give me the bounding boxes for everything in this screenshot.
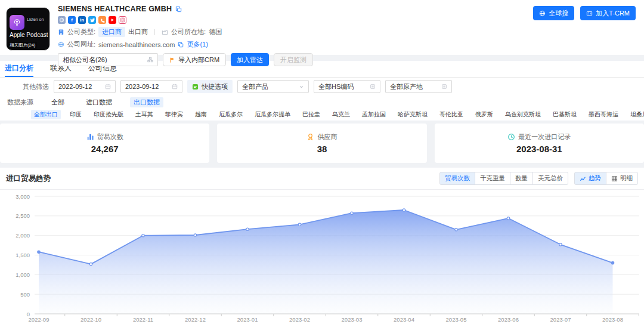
svg-text:2023-01: 2023-01 xyxy=(237,316,258,323)
svg-text:1,000: 1,000 xyxy=(16,271,30,278)
related-images-caption: 相关图片(24) xyxy=(8,42,37,49)
globe-white-icon xyxy=(539,10,546,17)
company-image[interactable]: Listen on Apple Podcasts 相关图片(24) xyxy=(6,7,50,51)
company-name: SIEMENS HEALTHCARE GMBH xyxy=(58,5,172,13)
stat-label: 最近一次进口记录 xyxy=(518,132,571,141)
region-tab-6[interactable]: 厄瓜多尔 xyxy=(216,110,246,119)
origin-select[interactable]: 全部原产地 xyxy=(385,80,452,93)
line-chart-icon xyxy=(580,175,586,182)
metric-button-0[interactable]: 贸易次数 xyxy=(439,172,475,185)
region-tab-5[interactable]: 越南 xyxy=(192,110,210,119)
region-tab-8[interactable]: 巴拉圭 xyxy=(299,110,323,119)
list-select-icon xyxy=(370,84,376,90)
stat-card-2: 最近一次进口记录2023-08-31 xyxy=(435,124,644,163)
view-button-1[interactable]: 明细 xyxy=(606,172,638,185)
metric-button-1[interactable]: 千克重量 xyxy=(475,172,510,185)
page: Listen on Apple Podcasts 相关图片(24) SIEMEN… xyxy=(0,0,644,324)
svg-text:2,000: 2,000 xyxy=(16,232,30,239)
start-monitor-button[interactable]: 开启监测 xyxy=(274,53,313,66)
region-tab-14[interactable]: 乌兹别克斯坦 xyxy=(502,110,544,119)
globe-icon xyxy=(58,41,64,48)
website-label: 公司网址: xyxy=(67,40,95,49)
location-label: 公司所在地: xyxy=(171,27,206,36)
region-tab-7[interactable]: 厄瓜多尔提单 xyxy=(252,110,293,119)
region-tab-16[interactable]: 墨西哥海运 xyxy=(586,110,621,119)
company-type-export-text[interactable]: 出口商 xyxy=(128,27,148,36)
list-select-icon xyxy=(441,84,447,90)
region-tab-17[interactable]: 坦桑尼亚 xyxy=(627,110,644,119)
supplier-icon xyxy=(306,133,314,141)
copy-website-icon[interactable] xyxy=(178,42,184,48)
import-crm-button[interactable]: 导入内部CRM xyxy=(163,53,226,66)
stat-card-0: 贸易次数24,267 xyxy=(0,124,209,163)
facebook-icon[interactable]: f xyxy=(68,16,76,24)
phone-icon[interactable] xyxy=(98,16,106,24)
svg-text:2023-07: 2023-07 xyxy=(550,316,571,323)
factory-icon xyxy=(162,29,168,35)
other-filter-label: 其他筛选 xyxy=(23,82,49,91)
metric-button-2[interactable]: 数量 xyxy=(510,172,533,185)
region-tab-12[interactable]: 哥伦比亚 xyxy=(436,110,466,119)
date-to-input[interactable]: 2023-09-12 xyxy=(120,80,182,93)
svg-text:2023-05: 2023-05 xyxy=(446,316,467,323)
stat-label: 供应商 xyxy=(317,132,337,141)
svg-text:2,500: 2,500 xyxy=(16,212,30,219)
region-list: 全部出口印度印度抢先版土耳其菲律宾越南厄瓜多尔厄瓜多尔提单巴拉圭乌克兰孟加拉国哈… xyxy=(31,110,644,119)
company-type-label: 公司类型: xyxy=(67,27,95,36)
badge-listen-text: Listen on xyxy=(27,17,44,21)
stat-label: 贸易次数 xyxy=(97,132,123,141)
website-value[interactable]: siemens-healthineers.com xyxy=(98,41,175,48)
bar-chart-icon xyxy=(86,133,94,141)
metric-button-3[interactable]: 美元总价 xyxy=(532,172,568,185)
svg-text:2023-03: 2023-03 xyxy=(342,316,363,323)
add-radar-button[interactable]: 加入雷达 xyxy=(231,53,269,66)
region-tab-13[interactable]: 俄罗斯 xyxy=(472,110,496,119)
linkedin-icon[interactable]: in xyxy=(78,16,86,24)
youtube-icon[interactable] xyxy=(109,16,116,24)
more-link[interactable]: 更多(1) xyxy=(187,40,208,49)
svg-text:2023-04: 2023-04 xyxy=(394,316,414,323)
global-search-button[interactable]: 全球搜 xyxy=(533,6,574,20)
region-tab-3[interactable]: 土耳其 xyxy=(132,110,156,119)
twitter-icon[interactable] xyxy=(88,16,96,24)
data-source-label: 数据来源 xyxy=(7,98,33,107)
region-tab-0[interactable]: 全部出口 xyxy=(31,110,61,119)
svg-text:2022-12: 2022-12 xyxy=(185,316,206,323)
region-tab-15[interactable]: 巴基斯坦 xyxy=(550,110,580,119)
data-source-option-1[interactable]: 进口数据 xyxy=(82,97,116,107)
stat-value: 2023-08-31 xyxy=(516,144,562,154)
stat-value: 38 xyxy=(317,144,327,154)
view-button-group: 趋势明细 xyxy=(574,172,638,185)
copy-icon[interactable] xyxy=(175,6,182,13)
divider xyxy=(154,29,155,35)
data-source-option-2[interactable]: 出口数据 xyxy=(130,97,163,107)
company-summary: SIEMENS HEALTHCARE GMBH fin 公司类型: 进口商 出口… xyxy=(58,5,313,66)
stat-card-1: 供应商38 xyxy=(217,124,426,163)
svg-text:2023-06: 2023-06 xyxy=(498,316,519,323)
product-select[interactable]: 全部产品 xyxy=(237,80,309,93)
tab-0[interactable]: 进口分析 xyxy=(5,61,33,77)
hs-code-select[interactable]: 全部HS编码 xyxy=(314,80,380,93)
region-tab-9[interactable]: 乌克兰 xyxy=(329,110,353,119)
region-tab-2[interactable]: 印度抢先版 xyxy=(91,110,126,119)
company-type-import-tag[interactable]: 进口商 xyxy=(98,27,125,37)
calendar-icon xyxy=(105,84,111,90)
data-source-option-0[interactable]: 全部 xyxy=(48,97,68,107)
website-icon[interactable] xyxy=(58,16,66,24)
similar-company-input[interactable]: 相似公司名(26) xyxy=(58,53,158,66)
metric-button-group: 贸易次数千克重量数量美元总价 xyxy=(439,172,568,185)
region-tab-1[interactable]: 印度 xyxy=(67,110,85,119)
region-tab-11[interactable]: 哈萨克斯坦 xyxy=(395,110,431,119)
quick-options-icon xyxy=(192,84,199,90)
calendar-icon xyxy=(172,84,178,90)
stat-cards: 贸易次数24,267供应商38最近一次进口记录2023-08-31 xyxy=(0,121,644,168)
view-button-0[interactable]: 趋势 xyxy=(574,172,606,185)
region-tab-4[interactable]: 菲律宾 xyxy=(162,110,186,119)
join-tcrm-button[interactable]: 加入T-CRM xyxy=(580,6,636,20)
date-from-input[interactable]: 2022-09-12 xyxy=(54,80,116,93)
quick-options-button[interactable]: 快捷选项 xyxy=(187,80,233,93)
region-tab-10[interactable]: 孟加拉国 xyxy=(359,110,389,119)
instagram-icon[interactable] xyxy=(119,16,126,24)
chevron-down-icon xyxy=(299,84,304,90)
trend-title: 进口贸易趋势 xyxy=(6,174,51,184)
